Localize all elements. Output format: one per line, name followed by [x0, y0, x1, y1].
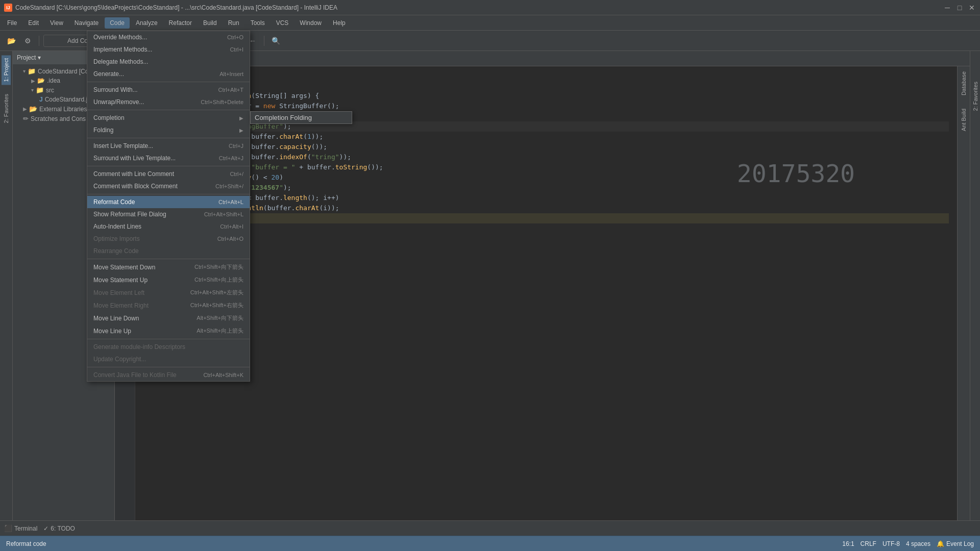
insert-live-template-shortcut: Ctrl+J	[229, 143, 243, 149]
separator-4	[87, 166, 250, 166]
menu-auto-indent[interactable]: Auto-Indent Lines Ctrl+Alt+I	[87, 220, 250, 233]
unwrap-shortcut: Ctrl+Shift+Delete	[201, 99, 243, 105]
menu-generate[interactable]: Generate... Alt+Insert	[87, 68, 250, 80]
status-bar: Reformat code 16:1 CRLF UTF-8 4 spaces 🔔…	[0, 536, 980, 551]
menu-edit[interactable]: Edit	[23, 17, 44, 29]
show-reformat-dialog-label: Show Reformat File Dialog	[93, 211, 194, 218]
menu-help[interactable]: Help	[328, 17, 351, 29]
menu-navigate[interactable]: Navigate	[69, 17, 104, 29]
favorites-tab[interactable]: 2: Favorites	[972, 82, 978, 111]
toolbar-open-button[interactable]: 📂	[4, 34, 18, 48]
toolbar-separator-2	[264, 36, 264, 46]
sidebar-tab-project[interactable]: 1: Project	[2, 55, 11, 85]
code-line-3: StringBuffer buffer = new StringBuffer()…	[143, 101, 949, 111]
folding-label: Folding	[93, 127, 235, 134]
tree-label-external: External Libraries	[39, 106, 87, 113]
minimize-button[interactable]: ─	[943, 4, 951, 12]
event-log-label: Event Log	[946, 540, 974, 547]
menu-file[interactable]: File	[2, 17, 22, 29]
tree-arrow-idea: ▶	[31, 78, 35, 84]
menu-unwrap[interactable]: Unwrap/Remove... Ctrl+Shift+Delete	[87, 96, 250, 108]
move-element-right-shortcut: Ctrl+Alt+Shift+右箭头	[190, 302, 243, 309]
project-panel-title: Project	[17, 54, 36, 61]
app-icon: IJ	[4, 4, 12, 12]
surround-live-template-label: Surround with Live Template...	[93, 155, 209, 162]
menu-move-line-up[interactable]: Move Line Up Alt+Shift+向上箭头	[87, 324, 250, 337]
menu-comment-block[interactable]: Comment with Block Comment Ctrl+Shift+/	[87, 180, 250, 192]
generate-module-info-label: Generate module-info Descriptors	[93, 343, 243, 350]
menu-delegate-methods[interactable]: Delegate Methods...	[87, 56, 250, 68]
menu-tools[interactable]: Tools	[246, 17, 270, 29]
menu-move-element-right: Move Element Right Ctrl+Alt+Shift+右箭头	[87, 299, 250, 312]
todo-label: 6: TODO	[51, 525, 75, 532]
window-controls: ─ □ ✕	[943, 4, 976, 12]
menu-folding[interactable]: Folding	[87, 124, 250, 136]
search-everywhere-button[interactable]: 🔍	[268, 34, 283, 48]
move-line-down-shortcut: Alt+Shift+向下箭头	[197, 314, 243, 322]
tree-arrow-src: ▾	[31, 87, 34, 93]
code-content[interactable]: class CodeStandard { public static void …	[135, 66, 957, 520]
toolbar-settings-button[interactable]: ⚙	[20, 34, 35, 48]
delegate-methods-label: Delegate Methods...	[93, 58, 243, 65]
menu-window[interactable]: Window	[295, 17, 327, 29]
menu-implement-methods[interactable]: Implement Methods... Ctrl+I	[87, 43, 250, 56]
move-statement-up-label: Move Statement Up	[93, 277, 184, 284]
code-line-1: class CodeStandard {	[143, 81, 949, 91]
move-line-down-label: Move Line Down	[93, 315, 186, 322]
menu-run[interactable]: Run	[223, 17, 244, 29]
menu-reformat-code[interactable]: Reformat Code Ctrl+Alt+L	[87, 196, 250, 208]
toolbar-separator-1	[39, 36, 39, 46]
code-line-6: System.out.println(buffer.charAt(1));	[143, 132, 949, 142]
menu-view[interactable]: View	[45, 17, 68, 29]
menu-surround-with[interactable]: Surround With... Ctrl+Alt+T	[87, 84, 250, 96]
right-sidebar-tabs: Database Ant Build	[957, 66, 970, 520]
separator-2	[87, 110, 250, 110]
status-line-ending[interactable]: CRLF	[861, 540, 876, 547]
tree-label-scratches: Scratches and Cons	[31, 115, 86, 122]
sidebar-tab-ant-build[interactable]: Ant Build	[959, 106, 968, 134]
menu-analyze[interactable]: Analyze	[131, 17, 163, 29]
left-sidebar: 1: Project 2: Favorites	[0, 51, 13, 520]
close-button[interactable]: ✕	[968, 4, 976, 12]
sidebar-tab-favorites[interactable]: 2: Favorites	[2, 92, 11, 125]
code-dropdown-menu: Override Methods... Ctrl+O Implement Met…	[87, 31, 250, 382]
menu-insert-live-template[interactable]: Insert Live Template... Ctrl+J	[87, 140, 250, 152]
code-line-14	[143, 213, 949, 223]
menu-show-reformat-dialog[interactable]: Show Reformat File Dialog Ctrl+Alt+Shift…	[87, 208, 250, 220]
completion-label: Completion	[93, 114, 235, 121]
tree-arrow: ▾	[23, 68, 26, 74]
sidebar-tab-database[interactable]: Database	[959, 68, 968, 98]
status-indent[interactable]: 4 spaces	[906, 540, 930, 547]
menu-build[interactable]: Build	[198, 17, 222, 29]
todo-tab[interactable]: ✓ 6: TODO	[43, 525, 75, 532]
menu-code[interactable]: Code	[105, 17, 130, 29]
code-line-12: for (int i = 0; i < buffer.length(); i++…	[143, 193, 949, 203]
move-line-up-shortcut: Alt+Shift+向上箭头	[197, 327, 243, 335]
move-line-up-label: Move Line Up	[93, 328, 186, 335]
comment-line-label: Comment with Line Comment	[93, 170, 219, 178]
comment-block-label: Comment with Block Comment	[93, 183, 205, 190]
terminal-tab[interactable]: ⬛ Terminal	[4, 524, 37, 532]
maximize-button[interactable]: □	[955, 4, 964, 12]
menu-comment-line[interactable]: Comment with Line Comment Ctrl+/	[87, 168, 250, 180]
menu-completion[interactable]: Completion	[87, 112, 250, 124]
menu-move-statement-up[interactable]: Move Statement Up Ctrl+Shift+向上箭头	[87, 273, 250, 286]
status-position[interactable]: 16:1	[842, 540, 854, 547]
menu-move-statement-down[interactable]: Move Statement Down Ctrl+Shift+向下箭头	[87, 261, 250, 273]
folder-icon: 📁	[28, 67, 36, 75]
event-log[interactable]: 🔔 Event Log	[937, 540, 974, 547]
separator-3	[87, 138, 250, 138]
status-charset[interactable]: UTF-8	[883, 540, 900, 547]
implement-methods-shortcut: Ctrl+I	[230, 46, 243, 53]
menu-override-methods[interactable]: Override Methods... Ctrl+O	[87, 31, 250, 43]
menu-move-element-left: Move Element Left Ctrl+Alt+Shift+左箭头	[87, 286, 250, 299]
big-number: 20175320	[737, 168, 855, 179]
menu-vcs[interactable]: VCS	[271, 17, 294, 29]
menu-optimize-imports: Optimize Imports Ctrl+Alt+O	[87, 233, 250, 245]
menu-surround-live-template[interactable]: Surround with Live Template... Ctrl+Alt+…	[87, 152, 250, 164]
menu-move-line-down[interactable]: Move Line Down Alt+Shift+向下箭头	[87, 312, 250, 324]
move-element-left-shortcut: Ctrl+Alt+Shift+左箭头	[190, 289, 243, 296]
menu-refactor[interactable]: Refactor	[164, 17, 197, 29]
idea-icon: 📂	[37, 77, 45, 84]
separator-5	[87, 194, 250, 194]
